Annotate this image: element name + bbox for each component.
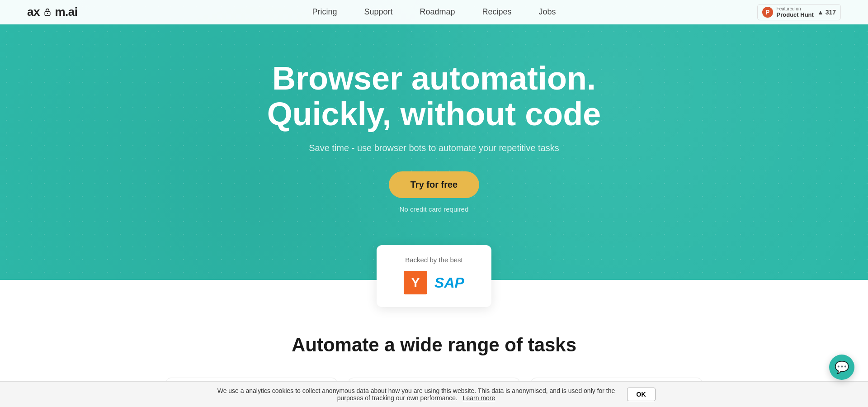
- backed-logos: Y SAP: [404, 271, 464, 294]
- backed-card: Backed by the best Y SAP: [377, 245, 491, 307]
- logo-area[interactable]: ax m.ai: [27, 5, 77, 19]
- product-hunt-count: ▲ 317: [817, 9, 836, 16]
- product-hunt-text-block: Featured on Product Hunt: [777, 6, 814, 18]
- sap-logo: SAP: [434, 274, 464, 291]
- nav-pricing[interactable]: Pricing: [312, 7, 337, 17]
- logo: ax m.ai: [27, 5, 77, 19]
- backed-label: Backed by the best: [404, 256, 464, 264]
- product-hunt-sublabel: Featured on: [777, 6, 814, 11]
- chat-icon: 💬: [835, 360, 849, 374]
- try-for-free-button[interactable]: Try for free: [389, 171, 479, 198]
- hero-section: Browser automation. Quickly, without cod…: [0, 0, 868, 280]
- cookie-ok-button[interactable]: OK: [627, 388, 656, 401]
- nav-support[interactable]: Support: [364, 7, 392, 17]
- header: ax m.ai Pricing Support Roadmap Recipes …: [0, 0, 868, 24]
- hero-title-line2: Quickly, without code: [267, 96, 601, 132]
- product-hunt-label: Product Hunt: [777, 11, 814, 18]
- product-hunt-icon: P: [762, 7, 773, 18]
- chat-button[interactable]: 💬: [829, 355, 854, 380]
- no-credit-card-note: No credit card required: [400, 205, 469, 213]
- sap-text: SAP: [434, 274, 464, 291]
- product-hunt-badge[interactable]: P Featured on Product Hunt ▲ 317: [757, 4, 841, 20]
- cookie-banner: We use a analytics cookies to collect an…: [0, 381, 868, 407]
- yc-logo: Y: [404, 271, 427, 294]
- hero-subtitle: Save time - use browser bots to automate…: [267, 143, 601, 153]
- lock-icon: [43, 8, 52, 16]
- main-nav: Pricing Support Roadmap Recipes Jobs: [312, 7, 556, 17]
- yc-letter: Y: [411, 275, 420, 290]
- automate-section-title: Automate a wide range of tasks: [27, 334, 841, 356]
- nav-recipes[interactable]: Recipes: [482, 7, 512, 17]
- nav-roadmap[interactable]: Roadmap: [420, 7, 455, 17]
- cookie-text: We use a analytics cookies to collect an…: [213, 387, 620, 402]
- nav-jobs[interactable]: Jobs: [539, 7, 556, 17]
- hero-title: Browser automation. Quickly, without cod…: [267, 61, 601, 132]
- hero-title-line1: Browser automation.: [272, 60, 596, 96]
- hero-cta-block: Try for free No credit card required: [267, 171, 601, 213]
- learn-more-link[interactable]: Learn more: [463, 394, 495, 402]
- svg-point-1: [47, 13, 47, 14]
- hero-content: Browser automation. Quickly, without cod…: [258, 24, 610, 241]
